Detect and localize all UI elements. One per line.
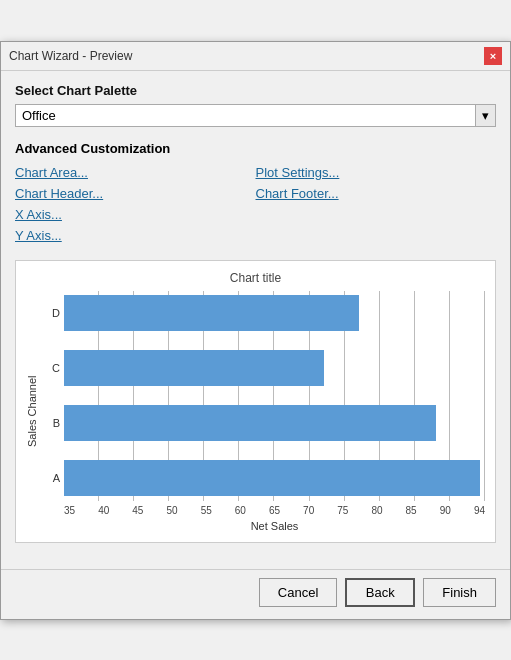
x-tick-55: 55 [201, 505, 212, 516]
bar-label-c: C [42, 362, 60, 374]
link-plot-settings[interactable]: Plot Settings... [256, 164, 497, 181]
title-bar: Chart Wizard - Preview × [1, 42, 510, 71]
close-button[interactable]: × [484, 47, 502, 65]
bar-fill-b [64, 405, 436, 441]
dropdown-arrow-icon[interactable]: ▾ [476, 104, 496, 127]
link-x-axis[interactable]: X Axis... [15, 206, 256, 223]
bar-fill-a [64, 460, 480, 496]
x-tick-90: 90 [440, 505, 451, 516]
chart-wizard-window: Chart Wizard - Preview × Select Chart Pa… [0, 41, 511, 620]
x-tick-75: 75 [337, 505, 348, 516]
finish-button[interactable]: Finish [423, 578, 496, 607]
advanced-links-grid: Chart Area... Plot Settings... Chart Hea… [15, 164, 496, 244]
advanced-label: Advanced Customization [15, 141, 496, 156]
x-tick-94: 94 [474, 505, 485, 516]
palette-dropdown-row: Office ▾ [15, 104, 496, 127]
x-tick-70: 70 [303, 505, 314, 516]
footer-buttons: Cancel Back Finish [1, 569, 510, 619]
link-y-axis[interactable]: Y Axis... [15, 227, 256, 244]
bar-track-b [64, 405, 485, 441]
bar-track-d [64, 295, 485, 331]
link-chart-footer[interactable]: Chart Footer... [256, 185, 497, 202]
x-tick-80: 80 [371, 505, 382, 516]
x-tick-65: 65 [269, 505, 280, 516]
link-chart-area[interactable]: Chart Area... [15, 164, 256, 181]
chart-inner: Sales Channel [26, 291, 485, 532]
chart-body: D C [42, 291, 485, 532]
back-button[interactable]: Back [345, 578, 415, 607]
y-axis-label: Sales Channel [26, 291, 38, 532]
main-content: Select Chart Palette Office ▾ Advanced C… [1, 71, 510, 569]
cancel-button[interactable]: Cancel [259, 578, 337, 607]
x-ticks: 35 40 45 50 55 60 65 70 75 80 85 90 94 [42, 505, 485, 516]
x-tick-85: 85 [406, 505, 417, 516]
x-axis-label: Net Sales [42, 520, 485, 532]
window-title: Chart Wizard - Preview [9, 49, 132, 63]
bar-label-d: D [42, 307, 60, 319]
chart-preview: Chart title Sales Channel [15, 260, 496, 543]
palette-select[interactable]: Office [15, 104, 476, 127]
bar-row-a: A [42, 456, 485, 501]
bar-label-a: A [42, 472, 60, 484]
x-tick-60: 60 [235, 505, 246, 516]
link-chart-header[interactable]: Chart Header... [15, 185, 256, 202]
bar-fill-d [64, 295, 359, 331]
bar-row-b: B [42, 401, 485, 446]
x-tick-45: 45 [132, 505, 143, 516]
bars-area: D C [42, 291, 485, 501]
palette-label: Select Chart Palette [15, 83, 496, 98]
bar-label-b: B [42, 417, 60, 429]
x-tick-40: 40 [98, 505, 109, 516]
bar-fill-c [64, 350, 324, 386]
x-tick-50: 50 [166, 505, 177, 516]
bar-track-c [64, 350, 485, 386]
bar-row-d: D [42, 291, 485, 336]
chart-title: Chart title [26, 271, 485, 285]
x-tick-35: 35 [64, 505, 75, 516]
bar-track-a [64, 460, 485, 496]
bar-row-c: C [42, 346, 485, 391]
